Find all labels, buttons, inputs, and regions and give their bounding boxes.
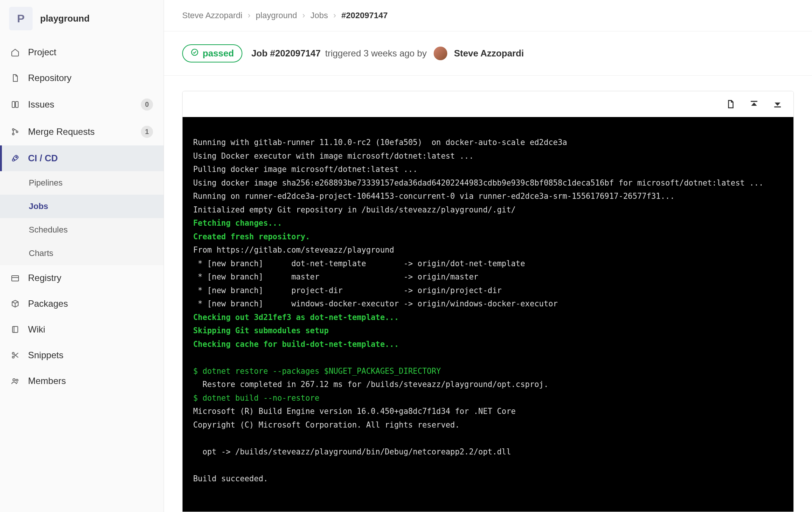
job-header: passed Job #202097147 triggered 3 weeks … [164,31,812,76]
sidebar-item-members[interactable]: Members [0,368,164,394]
main-content: Steve Azzopardi›playground›Jobs›#2020971… [164,0,812,512]
breadcrumb-item[interactable]: #202097147 [341,11,387,20]
svg-rect-6 [12,276,19,281]
sidebar-subitem-schedules[interactable]: Schedules [0,218,164,242]
project-header[interactable]: P playground [0,5,164,39]
job-log-container: Running with gitlab-runner 11.10.0-rc2 (… [182,91,794,512]
project-name: playground [40,13,90,24]
chevron-right-icon: › [333,11,336,20]
svg-point-11 [16,379,18,381]
breadcrumb-item[interactable]: Jobs [311,11,328,20]
svg-rect-7 [12,326,18,332]
svg-point-4 [16,131,18,133]
log-toolbar [183,91,793,117]
svg-point-8 [12,353,14,354]
sidebar-item-label: CI / CD [28,153,58,164]
svg-point-5 [16,157,17,158]
sidebar-item-label: Project [28,47,56,58]
sidebar-item-packages[interactable]: Packages [0,291,164,317]
sidebar-item-label: Members [28,376,66,386]
sidebar-subitem-pipelines[interactable]: Pipelines [0,171,164,195]
users-icon [11,376,20,386]
sidebar-item-issues[interactable]: Issues0 [0,91,164,118]
breadcrumb-item[interactable]: Steve Azzopardi [182,11,242,20]
home-icon [11,48,20,57]
job-trigger-meta: triggered 3 weeks ago by [325,48,427,59]
registry-icon [11,273,20,283]
sidebar-subitem-jobs[interactable]: Jobs [0,195,164,218]
sidebar-item-label: Issues [28,99,54,110]
sidebar: P playground ProjectRepositoryIssues0Mer… [0,0,164,512]
package-icon [11,299,20,308]
sidebar-nav: ProjectRepositoryIssues0Merge Requests1C… [0,39,164,394]
sidebar-subitem-charts[interactable]: Charts [0,242,164,265]
sidebar-item-wiki[interactable]: Wiki [0,317,164,342]
svg-point-2 [12,129,14,130]
sidebar-item-label: Registry [28,273,61,283]
issues-icon [11,100,20,109]
sidebar-item-count: 0 [141,98,153,111]
sidebar-item-snippets[interactable]: Snippets [0,342,164,368]
job-title-line: Job #202097147 triggered 3 weeks ago by … [251,47,524,60]
breadcrumb: Steve Azzopardi›playground›Jobs›#2020971… [164,0,812,31]
job-user[interactable]: Steve Azzopardi [454,48,524,59]
svg-point-3 [12,133,14,135]
sidebar-item-merge-requests[interactable]: Merge Requests1 [0,118,164,145]
book-icon [11,325,20,334]
show-raw-icon[interactable] [725,99,736,109]
scissors-icon [11,351,20,360]
sidebar-item-registry[interactable]: Registry [0,265,164,291]
avatar[interactable] [434,47,447,60]
sidebar-item-label: Repository [28,73,72,83]
svg-rect-14 [774,106,781,108]
check-circle-icon [191,48,199,59]
status-badge[interactable]: passed [182,44,242,62]
svg-point-9 [12,356,14,358]
sidebar-item-project[interactable]: Project [0,39,164,65]
merge-icon [11,127,20,136]
sidebar-item-ci-cd[interactable]: CI / CD [0,145,164,171]
scroll-bottom-icon[interactable] [772,99,783,109]
sidebar-item-label: Wiki [28,324,45,335]
scroll-top-icon[interactable] [749,99,759,109]
svg-rect-0 [12,101,15,108]
sidebar-subnav: PipelinesJobsSchedulesCharts [0,171,164,265]
svg-rect-13 [751,101,757,102]
project-avatar: P [9,7,33,30]
svg-point-10 [13,379,15,381]
rocket-icon [11,154,20,163]
chevron-right-icon: › [302,11,305,20]
sidebar-item-label: Packages [28,298,68,309]
breadcrumb-item[interactable]: playground [256,11,297,20]
file-icon [11,73,20,83]
job-title: Job #202097147 [251,48,321,59]
sidebar-item-repository[interactable]: Repository [0,65,164,91]
sidebar-item-count: 1 [141,126,153,138]
svg-rect-1 [16,101,18,108]
status-label: passed [203,48,234,59]
job-log[interactable]: Running with gitlab-runner 11.10.0-rc2 (… [183,117,793,512]
chevron-right-icon: › [248,11,250,20]
sidebar-item-label: Snippets [28,350,63,361]
sidebar-item-label: Merge Requests [28,126,95,137]
